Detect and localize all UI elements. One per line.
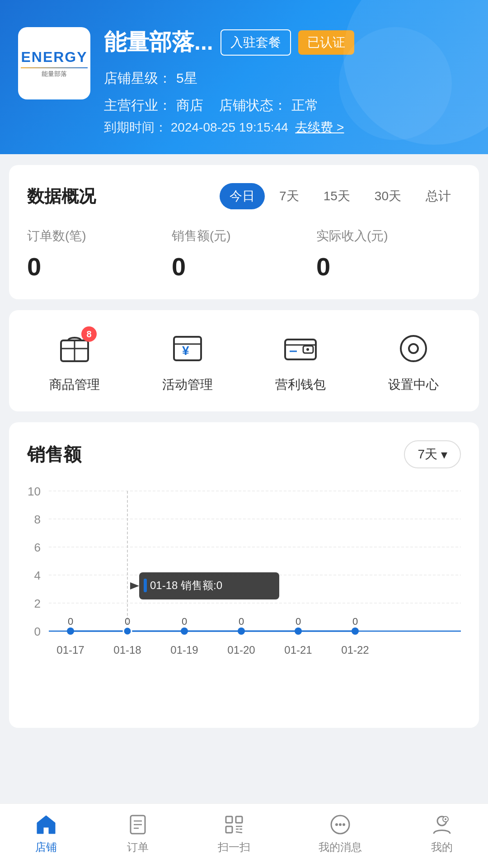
svg-point-8 bbox=[306, 348, 309, 351]
svg-text:01-19: 01-19 bbox=[170, 644, 198, 656]
svg-point-62 bbox=[339, 823, 342, 826]
svg-point-12 bbox=[409, 344, 418, 353]
renew-link[interactable]: 去续费 > bbox=[295, 120, 344, 134]
tab-mine[interactable]: 我的 bbox=[430, 813, 454, 854]
goods-badge: 8 bbox=[81, 326, 97, 342]
svg-marker-46 bbox=[130, 582, 139, 590]
store-name-row: 能量部落... 入驻套餐 已认证 bbox=[104, 27, 470, 57]
tab-scan[interactable]: 扫一扫 bbox=[218, 813, 250, 854]
store-logo: ENERGY 能量部落 bbox=[18, 27, 90, 99]
nav-items: 8 商品管理 ¥ 活动管理 bbox=[18, 328, 470, 393]
chart-filter-label: 7天 bbox=[418, 446, 437, 463]
stat-orders-value: 0 bbox=[27, 252, 172, 281]
logo-cn: 能量部落 bbox=[21, 70, 87, 78]
svg-rect-55 bbox=[226, 826, 232, 833]
svg-text:2: 2 bbox=[34, 597, 41, 610]
stat-orders: 订单数(笔) 0 bbox=[27, 227, 172, 281]
svg-text:0: 0 bbox=[296, 616, 301, 627]
svg-text:01-17: 01-17 bbox=[56, 644, 84, 656]
nav-item-settings[interactable]: 设置中心 bbox=[388, 328, 439, 393]
svg-point-38 bbox=[352, 627, 359, 635]
stat-sales-value: 0 bbox=[172, 252, 316, 281]
svg-point-37 bbox=[295, 627, 302, 635]
svg-rect-54 bbox=[236, 816, 242, 823]
goods-label: 商品管理 bbox=[49, 376, 100, 393]
chart-area: 10 8 6 4 2 0 0 0 0 0 0 0 bbox=[27, 482, 461, 710]
svg-text:8: 8 bbox=[34, 513, 41, 526]
settings-icon bbox=[393, 328, 434, 369]
activity-icon: ¥ bbox=[167, 328, 208, 369]
tab-message-label: 我的消息 bbox=[319, 840, 362, 854]
store-meta: 店铺星级：5星 bbox=[104, 65, 470, 92]
status-value: 正常 bbox=[291, 98, 319, 113]
chart-title: 销售额 bbox=[27, 442, 81, 467]
svg-text:0: 0 bbox=[239, 616, 244, 627]
svg-point-61 bbox=[335, 823, 338, 826]
store-header: ENERGY 能量部落 能量部落... 入驻套餐 已认证 店铺星级：5星 主营行… bbox=[0, 0, 488, 154]
expire-label: 到期时间： bbox=[104, 120, 167, 134]
tab-scan-label: 扫一扫 bbox=[218, 840, 250, 854]
svg-text:10: 10 bbox=[28, 485, 41, 498]
data-overview-title: 数据概况 bbox=[27, 185, 96, 208]
svg-point-34 bbox=[123, 627, 131, 635]
status-label: 店铺状态： bbox=[219, 98, 287, 113]
svg-text:01-18 销售额:0: 01-18 销售额:0 bbox=[150, 579, 222, 591]
tab-today[interactable]: 今日 bbox=[220, 183, 265, 209]
tab-store-label: 店铺 bbox=[35, 840, 57, 854]
svg-point-33 bbox=[67, 627, 74, 635]
stat-income: 实际收入(元) 0 bbox=[316, 227, 461, 281]
svg-point-36 bbox=[238, 627, 245, 635]
svg-rect-47 bbox=[144, 579, 147, 592]
nav-item-goods[interactable]: 8 商品管理 bbox=[49, 328, 100, 393]
tab-order[interactable]: 订单 bbox=[126, 813, 150, 854]
svg-line-59 bbox=[236, 832, 242, 833]
join-package-button[interactable]: 入驻套餐 bbox=[221, 29, 291, 56]
chart-svg: 10 8 6 4 2 0 0 0 0 0 0 0 bbox=[27, 482, 461, 708]
chart-filter-arrow: ▾ bbox=[441, 447, 447, 462]
store-name: 能量部落... bbox=[104, 27, 213, 57]
tab-7days[interactable]: 7天 bbox=[269, 183, 309, 209]
svg-point-11 bbox=[401, 336, 426, 361]
expire-value: 2024-08-25 19:15:44 bbox=[171, 120, 288, 134]
tab-message[interactable]: 我的消息 bbox=[319, 813, 362, 854]
data-tab-group: 今日 7天 15天 30天 总计 bbox=[220, 183, 461, 209]
tab-store[interactable]: 店铺 bbox=[34, 813, 58, 854]
tab-mine-label: 我的 bbox=[431, 840, 453, 854]
data-overview-header: 数据概况 今日 7天 15天 30天 总计 bbox=[27, 183, 461, 209]
chart-filter-button[interactable]: 7天 ▾ bbox=[404, 440, 461, 468]
stat-income-value: 0 bbox=[316, 252, 461, 281]
svg-text:01-20: 01-20 bbox=[227, 644, 255, 656]
store-industry-status: 主营行业：商店 店铺状态：正常 bbox=[104, 92, 470, 119]
star-label: 店铺星级： bbox=[104, 71, 172, 85]
svg-text:0: 0 bbox=[125, 616, 130, 627]
bottom-nav: 店铺 订单 扫一扫 我的消息 bbox=[0, 803, 488, 868]
svg-text:6: 6 bbox=[34, 541, 41, 554]
tab-15days[interactable]: 15天 bbox=[314, 183, 360, 209]
stat-sales: 销售额(元) 0 bbox=[172, 227, 316, 281]
star-value: 5星 bbox=[176, 71, 197, 85]
store-expire: 到期时间： 2024-08-25 19:15:44 去续费 > bbox=[104, 119, 470, 136]
svg-rect-53 bbox=[226, 816, 232, 823]
quick-nav: 8 商品管理 ¥ 活动管理 bbox=[9, 310, 479, 411]
tab-order-label: 订单 bbox=[127, 840, 149, 854]
svg-text:01-18: 01-18 bbox=[113, 644, 141, 656]
svg-text:0: 0 bbox=[34, 625, 41, 638]
tab-total[interactable]: 总计 bbox=[416, 183, 461, 209]
wallet-icon bbox=[280, 328, 321, 369]
tab-30days[interactable]: 30天 bbox=[365, 183, 411, 209]
svg-point-35 bbox=[181, 627, 188, 635]
nav-item-wallet[interactable]: 营利钱包 bbox=[275, 328, 326, 393]
svg-rect-6 bbox=[285, 340, 316, 359]
store-details: 能量部落... 入驻套餐 已认证 店铺星级：5星 主营行业：商店 店铺状态：正常… bbox=[104, 27, 470, 136]
activity-label: 活动管理 bbox=[162, 376, 213, 393]
stat-sales-label: 销售额(元) bbox=[172, 227, 316, 245]
certified-button[interactable]: 已认证 bbox=[298, 30, 354, 55]
svg-text:0: 0 bbox=[182, 616, 187, 627]
goods-icon: 8 bbox=[54, 328, 95, 369]
svg-point-63 bbox=[343, 823, 345, 826]
svg-text:01-21: 01-21 bbox=[284, 644, 312, 656]
nav-item-activity[interactable]: ¥ 活动管理 bbox=[162, 328, 213, 393]
chart-header: 销售额 7天 ▾ bbox=[27, 440, 461, 468]
svg-text:¥: ¥ bbox=[182, 344, 189, 358]
store-info-row: ENERGY 能量部落 能量部落... 入驻套餐 已认证 店铺星级：5星 主营行… bbox=[18, 27, 470, 136]
